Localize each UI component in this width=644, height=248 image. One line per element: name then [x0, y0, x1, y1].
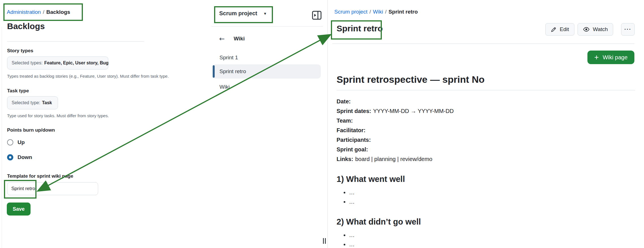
points-burn-label: Points burn up/down	[7, 127, 55, 133]
content-heading: Sprint retrospective — sprint No	[337, 74, 635, 90]
watch-button[interactable]: Watch	[578, 23, 613, 36]
sidebar-item-sprint-retro[interactable]: Sprint retro	[213, 64, 321, 79]
save-button[interactable]: Save	[7, 203, 31, 216]
meta-line-date: Date:	[337, 97, 635, 106]
edit-button[interactable]: Edit	[545, 23, 574, 36]
eye-icon	[583, 27, 590, 32]
section-heading-didnt-go-well: 2) What didn’t go well	[337, 217, 635, 227]
radio-down-label: Down	[18, 154, 32, 160]
collapse-sidebar-icon	[312, 11, 322, 20]
task-type-label: Task type	[7, 88, 29, 94]
sidebar-item-label: Sprint retro	[219, 68, 246, 75]
list-item: …	[349, 197, 635, 206]
radio-up-label: Up	[18, 139, 25, 145]
wiki-page-content: Sprint retrospective — sprint No Date: S…	[337, 70, 635, 248]
ellipsis-icon: ···	[624, 26, 632, 32]
radio-up-circle[interactable]	[7, 139, 13, 145]
meta-label: Sprint dates:	[337, 108, 371, 114]
template-label: Template for sprint wiki page	[7, 173, 73, 179]
back-arrow-icon[interactable]: ←	[219, 35, 225, 42]
sidebar-item-label: Wiki	[219, 84, 230, 90]
project-name: Scrum project	[219, 10, 257, 17]
project-menu-button[interactable]: Scrum project ▾	[219, 10, 266, 17]
list-item: …	[349, 230, 635, 240]
more-actions-button[interactable]: ···	[621, 23, 635, 36]
sidebar-item-sprint-1[interactable]: Sprint 1	[213, 51, 321, 64]
meta-line-sprint-goal: Sprint goal:	[337, 145, 635, 154]
radio-option-up[interactable]: Up	[7, 139, 25, 145]
breadcrumb-link-administration[interactable]: Administration	[7, 9, 41, 15]
page-title: Backlogs	[7, 21, 45, 31]
task-type-selector[interactable]: Selected type: Task	[7, 96, 58, 109]
section-heading-went-well: 1) What went well	[337, 175, 635, 184]
add-wiki-page-label: Wiki page	[603, 54, 628, 61]
wiki-breadcrumb: Scrum project/Wiki/Sprint retro	[334, 9, 418, 15]
meta-line-links: Links:board | planning | review/demo	[337, 154, 635, 164]
story-types-help: Types treated as backlog stories (e.g., …	[7, 74, 169, 79]
selected-item-indicator	[213, 65, 215, 78]
edit-button-label: Edit	[560, 26, 569, 32]
meta-label: Team:	[337, 118, 353, 124]
wiki-nav-header: ← Wiki	[219, 35, 245, 42]
panel-left-border	[2, 27, 2, 248]
breadcrumb-separator: /	[383, 9, 388, 15]
breadcrumb-separator: /	[367, 9, 373, 15]
divider	[332, 43, 634, 44]
meta-line-sprint-dates: Sprint dates:YYYY-MM-DD → YYYY-MM-DD	[337, 106, 635, 116]
meta-label: Date:	[337, 98, 351, 105]
breadcrumb: Administration/Backlogs	[7, 9, 70, 15]
story-types-selector[interactable]: Selected types: Feature, Epic, User stor…	[7, 56, 108, 69]
meta-block: Date: Sprint dates:YYYY-MM-DD → YYYY-MM-…	[337, 97, 635, 164]
radio-down-circle[interactable]	[7, 154, 13, 160]
meta-label: Facilitator:	[337, 127, 365, 133]
chevron-down-icon: ▾	[264, 11, 266, 16]
meta-line-facilitator: Facilitator:	[337, 125, 635, 135]
wiki-page-title: Sprint retro	[337, 24, 383, 33]
breadcrumb-separator: /	[41, 9, 46, 15]
task-type-help: Type used for story tasks. Must differ f…	[7, 113, 109, 118]
wiki-nav-title: Wiki	[234, 36, 245, 42]
divider	[7, 41, 144, 42]
template-input[interactable]	[7, 182, 98, 195]
pencil-icon	[551, 27, 557, 32]
list-item: …	[349, 188, 635, 197]
divider	[212, 26, 323, 27]
sidebar-resize-divider[interactable]	[328, 0, 328, 248]
sidebar-item-label: Sprint 1	[219, 55, 238, 61]
sidebar-item-wiki[interactable]: Wiki	[213, 80, 321, 94]
list-item: …	[349, 240, 635, 248]
meta-label: Links:	[337, 156, 353, 162]
breadcrumb-current-backlogs: Backlogs	[46, 9, 70, 15]
breadcrumb-link-wiki[interactable]: Wiki	[373, 9, 383, 15]
breadcrumb-link-project[interactable]: Scrum project	[334, 9, 367, 15]
meta-line-team: Team:	[337, 116, 635, 125]
task-type-value: Task	[42, 100, 52, 105]
story-types-value: Feature, Epic, User story, Bug	[44, 60, 108, 66]
bullet-list: … …	[337, 230, 635, 248]
task-type-prefix: Selected type:	[12, 100, 40, 105]
plus-icon: +	[594, 54, 599, 61]
radio-option-down[interactable]: Down	[7, 154, 32, 160]
meta-label: Sprint goal:	[337, 146, 368, 153]
story-types-prefix: Selected types:	[12, 60, 42, 66]
collapse-sidebar-button[interactable]	[311, 10, 322, 21]
add-wiki-page-button[interactable]: + Wiki page	[587, 51, 634, 64]
meta-label: Participants:	[337, 137, 371, 143]
meta-value: YYYY-MM-DD → YYYY-MM-DD	[373, 108, 454, 114]
watch-button-label: Watch	[593, 26, 608, 32]
meta-line-participants: Participants:	[337, 135, 635, 145]
story-types-label: Story types	[7, 48, 33, 54]
resize-handle-icon[interactable]	[323, 238, 326, 244]
meta-value: board | planning | review/demo	[355, 156, 432, 162]
bullet-list: … …	[337, 188, 635, 206]
breadcrumb-current-page: Sprint retro	[389, 9, 418, 15]
